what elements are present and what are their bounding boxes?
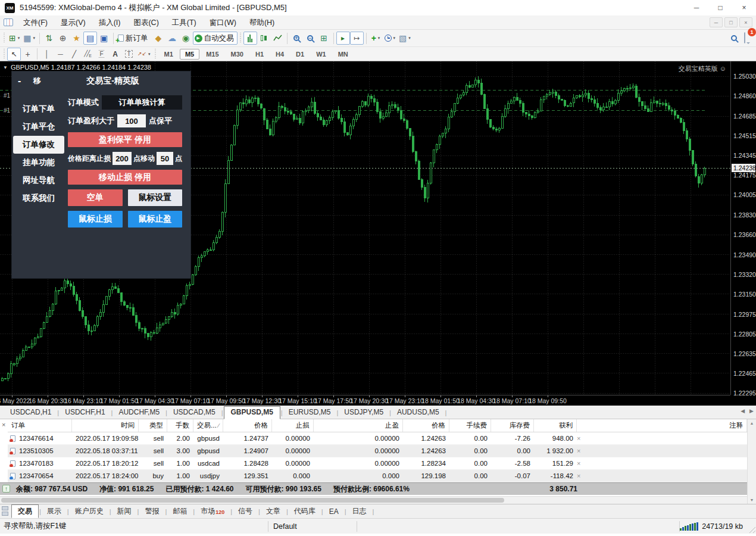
crosshair-tool-button[interactable]: +	[21, 48, 35, 61]
window-minimize-button[interactable]: ─	[685, 0, 708, 15]
time-axis[interactable]: 16 May 202216 May 20:3016 May 23:1017 Ma…	[0, 395, 730, 406]
col-type[interactable]: 类型	[139, 419, 167, 432]
menu-item[interactable]: 插入(I)	[92, 15, 127, 30]
timeframe-button[interactable]: M1	[159, 49, 179, 60]
status-profile[interactable]: Default	[268, 522, 357, 531]
market-watch-toggle[interactable]: ▤	[83, 32, 97, 45]
chart-tab[interactable]: AUDUSD,M5	[392, 406, 445, 419]
chart-area[interactable]: ▼ GBPUSD,M5 1.24187 1.24266 1.24184 1.24…	[0, 61, 756, 406]
chart-shift-toggle[interactable]: ↦	[350, 32, 364, 45]
crosshair-button[interactable]: ⊕	[56, 32, 70, 45]
toolbox-tab[interactable]: 文章	[261, 504, 286, 518]
fibonacci-button[interactable]: F	[95, 48, 108, 61]
col-commission[interactable]: 手续费	[449, 419, 491, 432]
toolbox-tab[interactable]: 展示	[42, 504, 67, 518]
toolbox-tab[interactable]: 邮箱	[167, 504, 192, 518]
col-swap[interactable]: 库存费	[491, 419, 534, 432]
equidistant-channel-button[interactable]: ╱╱E	[81, 48, 95, 61]
panel-move-button[interactable]: 移	[33, 76, 41, 86]
text-tool-button[interactable]: A	[108, 48, 122, 61]
child-close-button[interactable]: ×	[739, 17, 752, 27]
order-row[interactable]: 123510305 2022.05.18 03:37:11 sell 3.00 …	[8, 445, 747, 457]
trade-assistant-panel[interactable]: - 移 交易宝-精英版 订单下单订单平仓订单修改挂单功能网址导航联系我们 订单模…	[12, 71, 190, 278]
search-button[interactable]	[731, 35, 737, 41]
mouse-stoploss-button[interactable]: 鼠标止损	[68, 211, 123, 228]
timeframe-button[interactable]: H4	[270, 49, 289, 60]
col-symbol[interactable]: 交易...∕	[193, 419, 223, 432]
mouse-settings-button[interactable]: 鼠标设置	[128, 189, 183, 206]
toolbox-tab[interactable]: 信号	[233, 504, 258, 518]
scrollbar-thumb[interactable]	[1, 498, 504, 503]
toolbox-tab[interactable]: 账户历史	[70, 504, 109, 518]
child-minimize-button[interactable]: ─	[710, 17, 723, 27]
tile-windows-button[interactable]: ⊞	[317, 32, 331, 45]
menu-item[interactable]: 帮助(H)	[243, 15, 281, 30]
menu-item[interactable]: 窗口(W)	[203, 15, 243, 30]
history-center-button[interactable]: ◆	[152, 32, 165, 45]
tick-chart-button[interactable]: ⇅	[42, 32, 56, 45]
timeframe-button[interactable]: H1	[250, 49, 269, 60]
tab-scroll-left-icon[interactable]: ◀	[741, 408, 745, 414]
templates-button[interactable]: ▧▾	[397, 32, 413, 45]
timeframe-button[interactable]: M30	[226, 49, 249, 60]
col-stoploss[interactable]: 止损	[272, 419, 314, 432]
close-position-button[interactable]: ×	[577, 460, 589, 467]
line-chart-button[interactable]	[271, 32, 285, 45]
data-window-button[interactable]: ▣	[97, 32, 111, 45]
auto-trading-button[interactable]: ▶自动交易	[193, 32, 238, 45]
timeframe-button[interactable]: W1	[311, 49, 332, 60]
auto-scroll-toggle[interactable]: ▸	[336, 32, 350, 45]
chart-tab[interactable]: USDCAD,H1	[5, 406, 57, 419]
panel-menu-item[interactable]: 订单修改	[13, 136, 64, 154]
toolbox-tab[interactable]: 警报	[139, 504, 164, 518]
panel-menu-item[interactable]: 联系我们	[12, 189, 65, 207]
bar-chart-button[interactable]	[243, 32, 257, 45]
zoom-in-button[interactable]: +	[290, 32, 304, 45]
mouse-takeprofit-button[interactable]: 鼠标止盈	[128, 211, 183, 228]
chart-dropdown-icon[interactable]: ▼	[3, 65, 8, 70]
chart-tab[interactable]: USDCAD,M5	[168, 406, 221, 419]
new-chart-button[interactable]: ⊞▾	[7, 32, 21, 45]
chart-tab[interactable]: AUDCHF,M5	[113, 406, 165, 419]
sell-button[interactable]: 空单	[68, 189, 123, 206]
trail-distance-input[interactable]	[113, 152, 132, 165]
panel-menu-item[interactable]: 订单下单	[12, 100, 65, 118]
trail-step-input[interactable]	[157, 152, 173, 165]
cursor-tool-button[interactable]: ↖	[7, 48, 21, 61]
col-time[interactable]: 时间	[72, 419, 139, 432]
col-comment[interactable]: 注释	[589, 419, 747, 432]
tab-scroll-right-icon[interactable]: ▶	[749, 408, 754, 414]
col-order[interactable]: 订单	[8, 419, 72, 432]
menu-item[interactable]: 图表(C)	[127, 15, 165, 30]
toolbox-tab[interactable]: 交易	[11, 504, 39, 518]
vertical-line-button[interactable]: │	[40, 48, 54, 61]
toolbox-tab[interactable]: EA	[324, 506, 344, 518]
col-takeprofit[interactable]: 止盈	[314, 419, 403, 432]
horizontal-scrollbar[interactable]	[0, 496, 747, 504]
horizontal-line-button[interactable]: ─	[54, 48, 67, 61]
panel-title-bar[interactable]: - 移 交易宝-精英版	[12, 71, 190, 91]
order-mode-button[interactable]: 订单单独计算	[102, 95, 182, 110]
panel-menu-item[interactable]: 订单平仓	[12, 118, 65, 136]
price-scale[interactable]: 1.250301.248601.246851.245151.243451.241…	[730, 61, 756, 395]
chart-tab[interactable]: USDCHF,H1	[60, 406, 110, 419]
toolbox-tab[interactable]: 新闻	[112, 504, 137, 518]
child-restore-button[interactable]: □	[724, 17, 738, 27]
chart-tab[interactable]: EURUSD,M5	[283, 406, 336, 419]
connection-status[interactable]: 24713/19 kb	[680, 522, 756, 531]
chart-profiles-button[interactable]: ▦▾	[21, 32, 37, 45]
chat-button[interactable]: 1	[744, 33, 750, 43]
order-row[interactable]: 123470183 2022.05.17 18:20:12 sell 1.00 …	[8, 457, 747, 470]
menu-item[interactable]: 文件(F)	[17, 15, 54, 30]
close-position-button[interactable]: ×	[577, 447, 589, 454]
timeframe-button[interactable]: MN	[333, 49, 354, 60]
periods-button[interactable]: ▾	[383, 32, 398, 45]
candlestick-button[interactable]	[257, 32, 271, 45]
toolbox-dock-icon[interactable]	[1, 506, 9, 517]
chart-tab[interactable]: GBPUSD,M5	[224, 406, 280, 419]
menu-item[interactable]: 显示(V)	[54, 15, 92, 30]
menu-item[interactable]: 工具(T)	[165, 15, 203, 30]
text-label-button[interactable]: T	[122, 48, 136, 61]
col-profit[interactable]: 获利	[534, 419, 577, 432]
scroll-up-icon[interactable]: ▲	[750, 421, 754, 425]
